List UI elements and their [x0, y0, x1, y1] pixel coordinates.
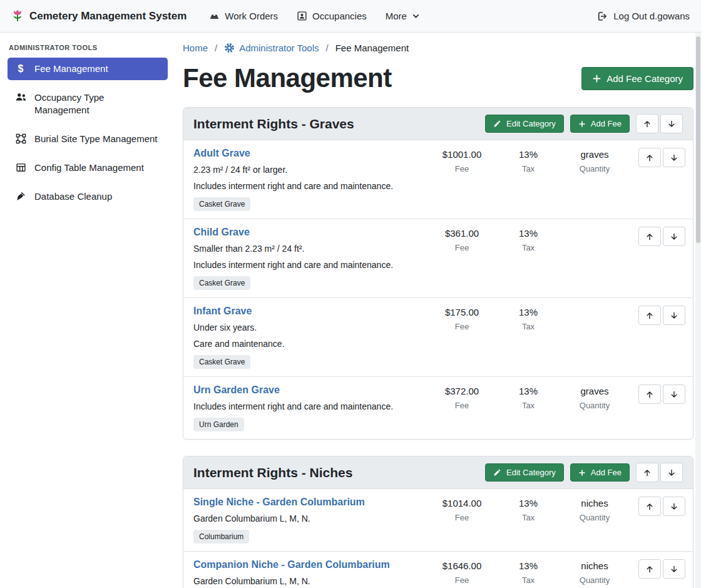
move-fee-down-button[interactable]: [663, 497, 685, 516]
category-title: Interment Rights - Graves: [193, 116, 354, 132]
fee-description: Includes interment right and care and ma…: [193, 180, 419, 192]
plus-icon: [578, 120, 586, 128]
move-fee-down-button[interactable]: [663, 384, 685, 404]
sidebar-item-database-cleanup[interactable]: Database Cleanup: [8, 185, 168, 208]
arrow-up-icon: [643, 120, 652, 128]
hard-hat-icon: [209, 11, 220, 21]
fee-tax: 13%: [499, 386, 557, 396]
fee-details: Adult Grave 2.23 m² / 24 ft² or larger. …: [193, 148, 424, 211]
fee-tax-label: Tax: [499, 575, 557, 585]
move-category-down-button[interactable]: [660, 463, 683, 482]
scrollbar-thumb[interactable]: [696, 36, 700, 243]
fee-name-link[interactable]: Urn Garden Grave: [193, 384, 280, 396]
move-category-down-button[interactable]: [660, 114, 683, 133]
fee-tax-label: Tax: [499, 243, 557, 252]
fee-tax-label: Tax: [499, 513, 557, 522]
move-category-up-button[interactable]: [636, 463, 658, 482]
sidebar-item-occupancy-type-management[interactable]: Occupancy Type Management: [8, 86, 168, 121]
breadcrumb-separator: /: [215, 43, 217, 53]
add-fee-category-button[interactable]: Add Fee Category: [581, 67, 693, 90]
edit-category-button[interactable]: Edit Category: [485, 115, 564, 133]
move-fee-up-button[interactable]: [638, 148, 661, 167]
move-fee-up-button[interactable]: [638, 227, 661, 246]
fee-amount-label: Fee: [424, 575, 499, 585]
move-fee-down-button[interactable]: [663, 148, 685, 167]
edit-category-label: Edit Category: [506, 119, 556, 128]
tulip-logo-icon: [11, 9, 24, 23]
fee-description: Smaller than 2.23 m² / 24 ft².: [193, 243, 419, 254]
fee-tax: 13%: [499, 149, 557, 160]
fee-amount-column: $1646.00 Fee: [424, 559, 499, 588]
nav-more-label: More: [386, 11, 407, 21]
fee-tax: 13%: [499, 560, 557, 571]
move-fee-down-button[interactable]: [663, 306, 685, 325]
fee-amount-label: Fee: [424, 164, 499, 173]
fee-amount-column: $1001.00 Fee: [424, 148, 499, 211]
fee-name-link[interactable]: Adult Grave: [193, 148, 250, 159]
fee-row-child-grave: Child Grave Smaller than 2.23 m² / 24 ft…: [183, 219, 693, 298]
sidebar-item-label: Fee Management: [34, 63, 108, 75]
category-card-graves: Interment Rights - Graves Edit Category …: [183, 107, 693, 440]
arrow-up-icon: [645, 502, 654, 511]
pencil-icon: [493, 468, 501, 477]
fee-name-link[interactable]: Child Grave: [193, 227, 250, 238]
fee-tax-column: 13% Tax: [499, 559, 557, 588]
nav-work-orders-label: Work Orders: [225, 11, 278, 21]
fee-quantity-column: niches Quantity: [557, 497, 632, 544]
category-title: Interment Rights - Niches: [193, 465, 352, 480]
page-header: Fee Management Add Fee Category: [183, 63, 693, 93]
fee-amount: $1014.00: [424, 498, 499, 508]
nav-work-orders[interactable]: Work Orders: [209, 11, 278, 21]
sidebar-item-label: Occupancy Type Management: [34, 91, 161, 116]
sidebar-item-burial-site-type-management[interactable]: Burial Site Type Management: [8, 128, 168, 150]
sidebar-heading: ADMINISTRATOR TOOLS: [0, 39, 175, 58]
main-content: Home / Administrator Tools / Fee Managem…: [175, 33, 701, 588]
scrollbar[interactable]: [695, 33, 701, 588]
move-category-up-button[interactable]: [636, 114, 658, 133]
nav-occupancies[interactable]: Occupancies: [297, 11, 367, 21]
nav-more[interactable]: More: [386, 11, 420, 21]
fee-description: Under six years.: [193, 322, 419, 333]
fee-type-tag: Casket Grave: [193, 355, 250, 369]
add-fee-label: Add Fee: [591, 468, 622, 477]
move-fee-up-button[interactable]: [638, 384, 661, 404]
sidebar: ADMINISTRATOR TOOLS $ Fee Management Occ…: [0, 33, 175, 588]
fee-tax: 13%: [499, 228, 557, 239]
move-fee-down-button[interactable]: [663, 559, 685, 579]
edit-category-button[interactable]: Edit Category: [485, 463, 564, 482]
arrow-down-icon: [670, 390, 678, 399]
fee-quantity-column: [557, 227, 632, 290]
sidebar-item-label: Burial Site Type Management: [34, 133, 158, 145]
arrow-down-icon: [670, 565, 678, 574]
move-fee-up-button[interactable]: [638, 559, 661, 579]
fee-tax-column: 13% Tax: [499, 384, 557, 431]
fee-name-link[interactable]: Companion Niche - Garden Columbarium: [193, 559, 390, 570]
fee-name-link[interactable]: Infant Grave: [193, 306, 252, 317]
fee-name-link[interactable]: Single Niche - Garden Columbarium: [193, 497, 365, 508]
move-fee-up-button[interactable]: [638, 306, 661, 325]
pencil-icon: [493, 120, 501, 128]
sidebar-item-fee-management[interactable]: $ Fee Management: [8, 58, 168, 80]
fee-type-tag: Columbarium: [193, 530, 249, 544]
move-fee-down-button[interactable]: [663, 227, 685, 246]
fee-tax-label: Tax: [499, 322, 557, 331]
brand[interactable]: Cemetery Management System: [11, 9, 187, 23]
fee-row-single-niche: Single Niche - Garden Columbarium Garden…: [183, 489, 693, 552]
add-fee-button[interactable]: Add Fee: [570, 115, 630, 133]
move-fee-up-button[interactable]: [638, 497, 661, 516]
fee-tax-label: Tax: [499, 164, 557, 173]
fee-reorder-controls: [638, 497, 685, 516]
fee-description: Garden Columbarium L, M, N.: [193, 575, 419, 587]
add-fee-button[interactable]: Add Fee: [570, 463, 630, 482]
arrow-down-icon: [670, 502, 678, 511]
fee-amount-column: $1014.00 Fee: [424, 497, 499, 544]
arrow-down-icon: [670, 153, 678, 162]
fee-tax-label: Tax: [499, 401, 557, 410]
edit-category-label: Edit Category: [506, 468, 556, 477]
breadcrumb-admin-tools[interactable]: Administrator Tools: [224, 43, 319, 53]
users-icon: [14, 92, 28, 102]
vector-square-icon: [14, 133, 28, 144]
sidebar-item-config-table-management[interactable]: Config Table Management: [8, 157, 168, 179]
breadcrumb-home[interactable]: Home: [183, 43, 208, 53]
logout-link[interactable]: Log Out d.gowans: [596, 11, 690, 22]
